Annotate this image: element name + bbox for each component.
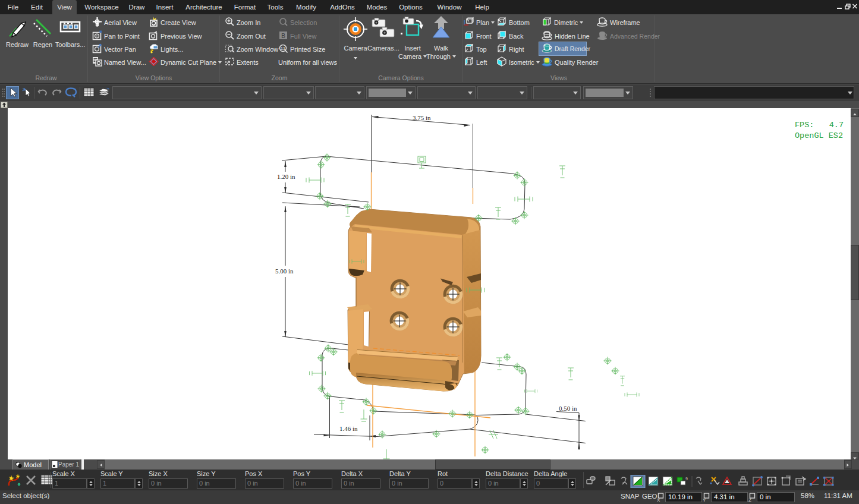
- svg-text:Y: Y: [703, 497, 706, 502]
- svg-text:11: 11: [281, 46, 286, 51]
- svg-text:OpenGL ES2: OpenGL ES2: [795, 131, 843, 140]
- svg-text:1.46 in: 1.46 in: [339, 425, 358, 432]
- svg-text:4.7: 4.7: [829, 121, 844, 130]
- svg-text:Z: Z: [748, 497, 751, 502]
- svg-text:FPS:: FPS:: [795, 121, 814, 130]
- svg-text:3.75 in: 3.75 in: [413, 114, 431, 121]
- svg-text:X: X: [657, 497, 660, 502]
- svg-text:5.00 in: 5.00 in: [275, 267, 294, 275]
- svg-text:0.50 in: 0.50 in: [559, 405, 577, 412]
- svg-text:9: 9: [685, 477, 688, 481]
- svg-text:B: B: [281, 33, 285, 39]
- svg-text:1.20 in: 1.20 in: [277, 173, 295, 180]
